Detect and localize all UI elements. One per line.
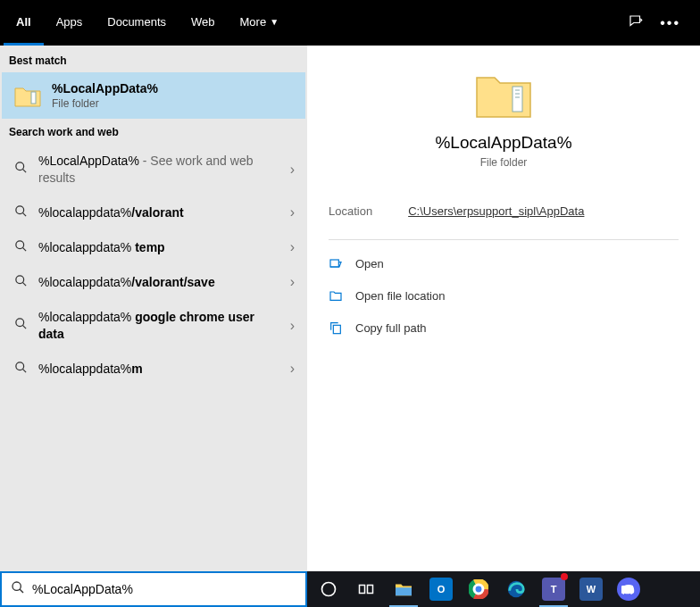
header-actions: ••• [628, 13, 696, 33]
best-match-subtitle: File folder [52, 97, 158, 110]
suggestion-item[interactable]: %localappdata%/valorant/save › [2, 265, 305, 300]
search-header: All Apps Documents Web More▼ ••• [0, 0, 700, 46]
search-icon [14, 361, 28, 378]
preview-title: %LocalAppData% [307, 133, 700, 153]
chevron-right-icon[interactable]: › [290, 318, 295, 334]
svg-line-6 [22, 247, 26, 251]
svg-rect-17 [330, 260, 338, 267]
suggestion-text: %LocalAppData% - See work and web result… [38, 153, 279, 187]
svg-point-19 [12, 582, 21, 590]
folder-icon [475, 71, 532, 117]
tab-web[interactable]: Web [179, 0, 228, 46]
svg-line-20 [20, 589, 23, 593]
suggestion-item[interactable]: %localappdata% temp › [2, 230, 305, 265]
section-best-match: Best match [2, 47, 305, 72]
svg-point-9 [16, 319, 24, 327]
header-tabs: All Apps Documents Web More▼ [4, 0, 291, 46]
taskbar-outlook-icon[interactable]: O [423, 571, 459, 607]
action-open[interactable]: Open [329, 247, 679, 279]
suggestion-item[interactable]: %localappdata%m › [2, 352, 305, 387]
taskbar-explorer-icon[interactable] [386, 571, 421, 607]
suggestion-item[interactable]: %localappdata%/valorant › [2, 195, 305, 230]
search-icon [14, 239, 28, 256]
results-panel: Best match %LocalAppData% File folder Se… [0, 46, 307, 571]
taskbar-discord-icon[interactable] [611, 571, 646, 607]
location-label: Location [329, 204, 372, 218]
folder-open-icon [329, 288, 343, 303]
folder-icon [14, 85, 39, 106]
tab-apps[interactable]: Apps [44, 0, 96, 46]
preview-subtitle: File folder [307, 156, 700, 169]
chevron-right-icon[interactable]: › [290, 239, 295, 255]
svg-rect-23 [368, 586, 373, 594]
svg-point-29 [475, 586, 482, 593]
search-bar[interactable] [0, 571, 307, 607]
taskbar-teams-icon[interactable]: T [536, 571, 571, 607]
svg-rect-18 [333, 325, 340, 333]
best-match-result[interactable]: %LocalAppData% File folder [2, 72, 305, 119]
chevron-right-icon[interactable]: › [290, 274, 295, 290]
svg-line-12 [22, 369, 26, 372]
svg-point-7 [16, 276, 24, 284]
feedback-icon[interactable] [628, 13, 644, 33]
taskbar-word-icon[interactable]: W [573, 571, 609, 607]
section-search-web: Search work and web [2, 119, 305, 144]
suggestion-text: %localappdata% temp [38, 239, 279, 256]
tab-documents[interactable]: Documents [95, 0, 179, 46]
svg-line-8 [22, 282, 26, 286]
suggestion-text: %localappdata%/valorant [38, 204, 279, 221]
taskbar: O T W [307, 571, 700, 607]
more-options-icon[interactable]: ••• [660, 15, 680, 31]
svg-point-21 [322, 583, 336, 596]
suggestion-text: %localappdata%/valorant/save [38, 274, 279, 291]
preview-panel: %LocalAppData% File folder Location C:\U… [307, 46, 700, 571]
suggestion-text: %localappdata%m [38, 361, 279, 378]
svg-line-2 [22, 170, 26, 173]
chevron-down-icon: ▼ [270, 17, 279, 27]
svg-point-1 [16, 162, 24, 170]
search-icon [11, 580, 25, 598]
chevron-right-icon[interactable]: › [290, 361, 295, 377]
svg-line-10 [22, 326, 26, 329]
svg-point-11 [16, 362, 24, 370]
suggestion-text: %localappdata% google chrome user data [38, 309, 279, 343]
suggestion-item[interactable]: %localappdata% google chrome user data › [2, 300, 305, 352]
search-icon [14, 161, 28, 178]
svg-rect-24 [396, 587, 412, 595]
taskbar-taskview-icon[interactable] [348, 571, 384, 607]
taskbar-edge-icon[interactable] [498, 571, 534, 607]
search-icon [14, 274, 28, 291]
action-copy-path[interactable]: Copy full path [329, 312, 679, 344]
copy-icon [329, 320, 343, 335]
open-icon [329, 256, 343, 270]
chevron-right-icon[interactable]: › [290, 204, 295, 220]
svg-point-3 [16, 206, 24, 214]
tab-more[interactable]: More▼ [228, 0, 292, 46]
search-icon [14, 317, 28, 334]
svg-line-4 [22, 212, 26, 216]
tab-all[interactable]: All [4, 0, 44, 46]
svg-point-5 [16, 241, 24, 249]
search-icon [14, 204, 28, 221]
action-open-location[interactable]: Open file location [329, 279, 679, 312]
divider [329, 239, 679, 240]
location-link[interactable]: C:\Users\erpsupport_sipl\AppData [408, 204, 584, 218]
search-input[interactable] [32, 582, 296, 596]
svg-rect-22 [360, 586, 365, 594]
chevron-right-icon[interactable]: › [290, 162, 295, 178]
svg-rect-0 [31, 92, 36, 104]
taskbar-chrome-icon[interactable] [461, 571, 496, 607]
taskbar-cortana-icon[interactable] [311, 571, 346, 607]
suggestion-item[interactable]: %LocalAppData% - See work and web result… [2, 144, 305, 195]
best-match-title: %LocalAppData% [52, 81, 158, 96]
